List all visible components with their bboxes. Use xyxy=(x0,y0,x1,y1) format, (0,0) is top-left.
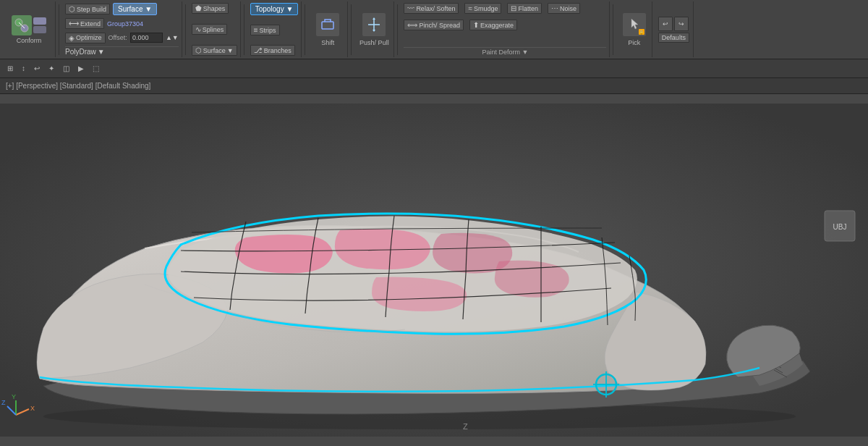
defaults-button[interactable]: Defaults xyxy=(658,33,689,43)
svg-text:Z: Z xyxy=(1,399,6,406)
svg-text:UBJ: UBJ xyxy=(833,223,847,231)
secondary-toolbar: ⊞ ↕ ↩ ✦ ◫ ▶ ⬚ xyxy=(0,59,868,78)
conform-group: Conform xyxy=(3,1,56,57)
shapes-section: ⬟ Shapes ∿ Splines ⬡ Surface ▼ xyxy=(189,1,241,57)
tb2-icon4[interactable]: ✦ xyxy=(46,64,57,73)
topology-section: Topology ▼ ≡ Strips ⎇ Branches xyxy=(247,1,302,57)
svg-marker-3 xyxy=(373,17,375,20)
offset-input[interactable] xyxy=(130,33,163,43)
strips-button[interactable]: ≡ Strips xyxy=(250,25,280,35)
viewport[interactable]: Z UBJ X Y Z xyxy=(0,94,868,446)
tb2-icon3[interactable]: ↩ xyxy=(31,64,43,73)
tb2-icon7[interactable]: ⬚ xyxy=(90,64,102,73)
viewport-info: [+] [Perspective] [Standard] [Default Sh… xyxy=(6,82,150,90)
undo-button[interactable]: ↩ xyxy=(658,17,673,31)
surface2-button[interactable]: ⬡ Surface ▼ xyxy=(192,45,237,56)
offset-label: Offset: xyxy=(109,34,127,41)
tb2-icon2[interactable]: ↕ xyxy=(19,64,28,73)
polydraw-section-title: PolyDraw ▼ xyxy=(65,46,179,56)
surface-dropdown-button[interactable]: Surface ▼ xyxy=(113,3,157,15)
tb2-icon5[interactable]: ◫ xyxy=(60,64,72,73)
tb2-icon6[interactable]: ▶ xyxy=(75,64,87,73)
push-pull-section: Push/ Pull xyxy=(354,1,394,57)
svg-text:Y: Y xyxy=(12,393,16,400)
main-toolbar: Conform ⬡ Step Build Surface ▼ ⟷ Extend xyxy=(0,0,868,59)
branches-button[interactable]: ⎇ Branches xyxy=(250,45,295,56)
svg-marker-4 xyxy=(373,30,375,32)
main-layout: Conform ⬡ Step Build Surface ▼ ⟷ Extend xyxy=(0,0,868,446)
shift-label: Shift xyxy=(321,39,334,46)
smudge-button[interactable]: ≈ Smudge xyxy=(464,3,501,14)
shapes-button[interactable]: ⬟ Shapes xyxy=(192,3,229,14)
splines-button[interactable]: ∿ Splines xyxy=(192,24,228,35)
pinch-spread-button[interactable]: ⟺ Pinch/ Spread xyxy=(404,20,464,30)
paint-deform-section: 〰 Relax/ Soften ≈ Smudge ⊟ Flatten xyxy=(401,1,610,57)
shift-icon[interactable] xyxy=(315,12,340,37)
pick-label: Pick xyxy=(628,39,640,46)
relax-soften-button[interactable]: 〰 Relax/ Soften xyxy=(404,3,459,14)
extend-button[interactable]: ⟷ Extend xyxy=(65,18,104,29)
noise-button[interactable]: ⋯ Noise xyxy=(548,3,580,14)
tb2-icon1[interactable]: ⊞ xyxy=(4,64,16,73)
svg-text:Z: Z xyxy=(463,422,468,431)
viewport-scene: Z UBJ X Y Z xyxy=(0,94,868,446)
pick-section: 🔒 Pick xyxy=(616,1,652,57)
pick-icon[interactable]: 🔒 xyxy=(622,12,647,37)
redo-button[interactable]: ↪ xyxy=(674,17,689,31)
group-label: Group37304 xyxy=(107,20,143,28)
svg-rect-2 xyxy=(322,22,333,29)
push-pull-label: Push/ Pull xyxy=(359,39,389,46)
conform-button[interactable]: Conform xyxy=(7,12,51,47)
step-build-button[interactable]: ⬡ Step Build xyxy=(65,4,110,14)
optimize-button[interactable]: ◈ Optimize xyxy=(65,33,106,43)
conform-label: Conform xyxy=(17,37,42,44)
push-pull-icon[interactable] xyxy=(362,12,386,37)
defaults-section: ↩ ↪ Defaults xyxy=(654,1,694,57)
topology-button[interactable]: Topology ▼ xyxy=(250,3,299,15)
exaggerate-button[interactable]: ⬆ Exaggerate xyxy=(469,20,517,30)
offset-spinner[interactable]: ▲▼ xyxy=(166,34,179,41)
shift-section: Shift xyxy=(308,1,348,57)
flatten-button[interactable]: ⊟ Flatten xyxy=(507,3,542,14)
viewport-label-bar: [+] [Perspective] [Standard] [Default Sh… xyxy=(0,78,868,94)
build-section: ⬡ Step Build Surface ▼ ⟷ Extend Group373… xyxy=(62,1,182,57)
paint-deform-title: Paint Deform ▼ xyxy=(404,47,606,56)
svg-text:X: X xyxy=(30,405,35,412)
